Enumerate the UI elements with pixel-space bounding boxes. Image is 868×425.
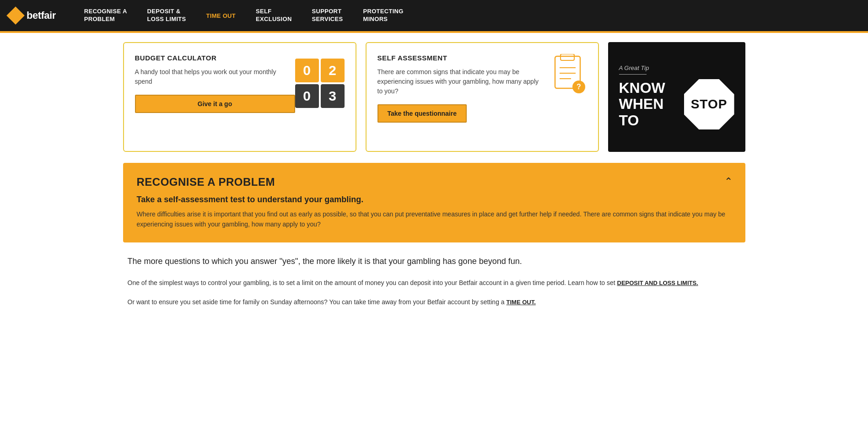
budget-left: BUDGET CALCULATOR A handy tool that help… bbox=[135, 54, 295, 113]
body-para-2: Or want to ensure you set aside time for… bbox=[128, 297, 736, 308]
nav-item-self-exclusion[interactable]: SELFEXCLUSION bbox=[246, 0, 302, 31]
body-lead: The more questions to which you answer "… bbox=[128, 255, 736, 268]
logo-diamond-icon bbox=[6, 6, 25, 25]
budget-card-title: BUDGET CALCULATOR bbox=[135, 54, 295, 62]
stop-tip-text: A Great Tip bbox=[619, 65, 649, 71]
time-out-link[interactable]: TIME OUT. bbox=[507, 299, 536, 306]
para1-text: One of the simplest ways to control your… bbox=[128, 279, 615, 286]
self-icon-area: ? bbox=[541, 54, 587, 95]
stop-left-text: KNOW WHEN TO bbox=[619, 80, 679, 129]
self-card-title: SELF ASSESSMENT bbox=[377, 54, 541, 62]
stop-octagon-shape: STOP bbox=[684, 79, 734, 129]
digit-3: 3 bbox=[321, 84, 345, 108]
nav-item-recognise[interactable]: RECOGNISE APROBLEM bbox=[74, 0, 137, 31]
stop-octagon-container: STOP bbox=[684, 79, 734, 129]
digit-0: 0 bbox=[295, 59, 319, 82]
collapse-button[interactable]: ⌃ bbox=[724, 176, 733, 188]
body-section: The more questions to which you answer "… bbox=[123, 255, 741, 308]
self-inner: SELF ASSESSMENT There are common signs t… bbox=[377, 54, 587, 123]
recognise-title: RECOGNISE A PROBLEM bbox=[137, 176, 732, 188]
logo-text: betfair bbox=[27, 10, 56, 22]
self-card-desc: There are common signs that indicate you… bbox=[377, 67, 541, 96]
stop-main-area: KNOW WHEN TO STOP bbox=[619, 79, 734, 129]
budget-digits: 0 2 0 3 bbox=[295, 54, 345, 108]
main-nav: betfair RECOGNISE APROBLEM DEPOSIT &LOSS… bbox=[0, 0, 868, 33]
digit-2: 2 bbox=[321, 59, 345, 82]
digit-row-2: 0 3 bbox=[295, 84, 345, 108]
stop-when-text: WHEN TO bbox=[619, 96, 679, 128]
para2-prefix: Or want to ensure you set aside time for… bbox=[128, 298, 505, 306]
cards-row: BUDGET CALCULATOR A handy tool that help… bbox=[123, 42, 745, 152]
stop-know-text: KNOW bbox=[619, 80, 679, 96]
recognise-body: Where difficulties arise it is important… bbox=[137, 209, 732, 230]
nav-item-support[interactable]: SUPPORTSERVICES bbox=[302, 0, 353, 31]
questionnaire-icon: ? bbox=[550, 54, 587, 95]
recognise-subtitle: Take a self-assessment test to understan… bbox=[137, 195, 732, 204]
stop-tip-line bbox=[619, 74, 647, 75]
digit-row-1: 0 2 bbox=[295, 59, 345, 82]
nav-item-minors[interactable]: PROTECTINGMINORS bbox=[353, 0, 414, 31]
body-para-1: One of the simplest ways to control your… bbox=[128, 278, 736, 289]
main-content: BUDGET CALCULATOR A handy tool that help… bbox=[114, 33, 755, 325]
nav-item-timeout[interactable]: TIME OUT bbox=[196, 0, 246, 31]
questionnaire-button[interactable]: Take the questionnaire bbox=[377, 104, 467, 123]
svg-rect-1 bbox=[561, 54, 574, 60]
svg-text:?: ? bbox=[577, 83, 581, 91]
digit-0b: 0 bbox=[295, 84, 319, 108]
self-assessment-card: SELF ASSESSMENT There are common signs t… bbox=[366, 42, 599, 152]
recognise-section: ⌃ RECOGNISE A PROBLEM Take a self-assess… bbox=[123, 163, 745, 242]
deposit-limits-link[interactable]: DEPOSIT AND LOSS LIMITS. bbox=[617, 280, 698, 286]
logo[interactable]: betfair bbox=[9, 9, 56, 22]
budget-card-desc: A handy tool that helps you work out you… bbox=[135, 67, 295, 86]
budget-calculator-card: BUDGET CALCULATOR A handy tool that help… bbox=[123, 42, 356, 152]
nav-list: RECOGNISE APROBLEM DEPOSIT &LOSS LIMITS … bbox=[74, 0, 414, 31]
give-it-a-go-button[interactable]: Give it a go bbox=[135, 95, 295, 113]
nav-item-deposit[interactable]: DEPOSIT &LOSS LIMITS bbox=[137, 0, 196, 31]
stop-word: STOP bbox=[691, 97, 728, 112]
self-left: SELF ASSESSMENT There are common signs t… bbox=[377, 54, 541, 123]
stop-banner: A Great Tip KNOW WHEN TO STOP bbox=[608, 42, 745, 152]
